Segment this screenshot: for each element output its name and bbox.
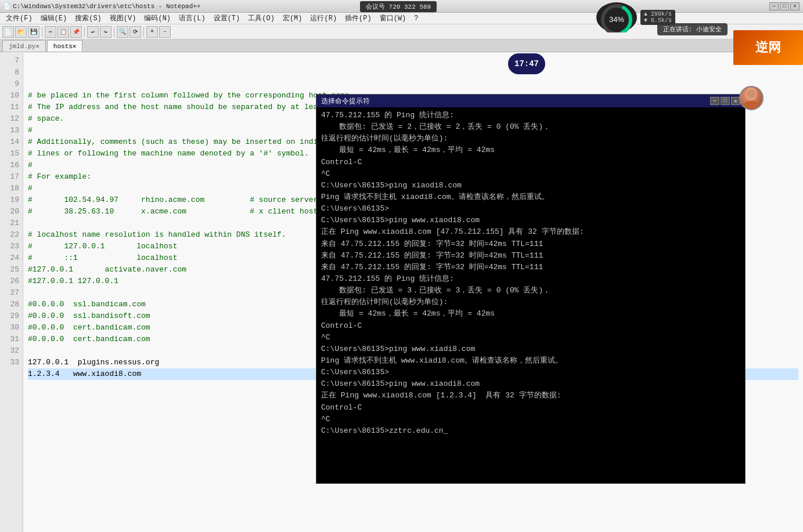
svg-text:34%: 34% xyxy=(609,15,624,24)
cmd-line: ^C xyxy=(321,168,740,180)
cmd-minimize[interactable]: ─ xyxy=(710,97,719,105)
cut-button[interactable]: ✂ xyxy=(45,26,56,38)
close-button[interactable]: ✕ xyxy=(790,2,800,10)
toolbar-separator xyxy=(42,27,42,37)
cmd-line: 47.75.212.155 的 Ping 统计信息: xyxy=(321,110,740,121)
cmd-line: 数据包: 已发送 = 2，已接收 = 2，丢失 = 0 (0% 丢失)， xyxy=(321,121,740,133)
toolbar-separator-2 xyxy=(84,27,85,37)
menu-macro[interactable]: 宏(M) xyxy=(279,13,306,24)
cpu-gauge: 34% xyxy=(596,2,637,32)
cmd-line: 正在 Ping www.xiaodi8.com [47.75.212.155] … xyxy=(321,226,740,238)
cmd-line: 往返行程的估计时间(以毫秒为单位): xyxy=(321,296,740,308)
cmd-line: C:\Users\86135> xyxy=(321,203,740,215)
menu-tools[interactable]: 工具(O) xyxy=(244,13,278,24)
menubar: 文件(F) 编辑(E) 搜索(S) 视图(V) 编码(N) 语言(L) 设置(T… xyxy=(0,13,803,24)
cmd-line: C:\Users\86135>zztrc.edu.cn xyxy=(321,425,740,437)
cmd-line: C:\Users\86135>ping www.xiaodi8.com xyxy=(321,215,740,226)
cmd-line: ^C xyxy=(321,414,740,425)
cmd-line: ^C xyxy=(321,332,740,343)
cmd-line: 最短 = 42ms，最长 = 42ms，平均 = 42ms xyxy=(321,308,740,320)
cmd-line: C:\Users\86135>ping xiaodi8.com xyxy=(321,180,740,191)
window-controls[interactable]: ─ □ ✕ xyxy=(769,2,800,10)
menu-help[interactable]: ? xyxy=(410,14,422,23)
maximize-button[interactable]: □ xyxy=(780,2,789,10)
save-button[interactable]: 💾 xyxy=(28,26,39,38)
toolbar-separator-3 xyxy=(114,27,114,37)
zoom-out-button[interactable]: - xyxy=(159,26,171,38)
notepad-icon: 📄 xyxy=(3,3,10,10)
replace-button[interactable]: ⟳ xyxy=(129,26,141,38)
redo-button[interactable]: ↪ xyxy=(100,26,111,38)
cmd-line: 正在 Ping www.xiaodi8.com [1.2.3.4] 具有 32 … xyxy=(321,390,740,401)
tab-hosts[interactable]: hosts✕ xyxy=(47,40,83,52)
cmd-line: 往返行程的估计时间(以毫秒为单位): xyxy=(321,133,740,144)
avatar xyxy=(739,86,764,110)
cmd-body[interactable]: 47.75.212.155 的 Ping 统计信息: 数据包: 已发送 = 2，… xyxy=(316,107,745,483)
zoom-in-button[interactable]: + xyxy=(146,26,158,38)
meeting-badge: 会议号 720 322 589 xyxy=(360,1,437,12)
cmd-controls[interactable]: ─ □ ✕ xyxy=(710,97,740,105)
system-tray: 34% ▲ 299k/s ▼ 6.5k/s xyxy=(596,2,675,32)
svg-point-2 xyxy=(747,89,756,99)
cmd-line: 最短 = 42ms，最长 = 42ms，平均 = 42ms xyxy=(321,144,740,156)
line-numbers: 7891011121314151617181920212223242526272… xyxy=(0,53,23,532)
paste-button[interactable]: 📌 xyxy=(70,26,82,38)
cmd-line: 来自 47.75.212.155 的回复: 字节=32 时间=42ms TTL=… xyxy=(321,262,740,273)
logo-overlay: 逆网 xyxy=(733,30,803,65)
copy-button[interactable]: 📋 xyxy=(57,26,69,38)
tabbar: jmld.py✕ hosts✕ xyxy=(0,39,803,52)
cmd-line: C:\Users\86135> xyxy=(321,367,740,378)
network-info: ▲ 299k/s ▼ 6.5k/s xyxy=(640,10,675,25)
menu-view[interactable]: 视图(V) xyxy=(106,13,140,24)
cmd-line: 47.75.212.155 的 Ping 统计信息: xyxy=(321,273,740,285)
cmd-line: Control-C xyxy=(321,402,740,414)
menu-plugins[interactable]: 插件(P) xyxy=(341,13,375,24)
find-button[interactable]: 🔍 xyxy=(117,26,128,38)
cmd-line: Ping 请求找不到主机 www.xiadi8.com。请检查该名称，然后重试。 xyxy=(321,355,740,367)
open-button[interactable]: 📂 xyxy=(15,26,27,38)
cmd-line: C:\Users\86135>ping www.xiaodi8.com xyxy=(321,378,740,390)
menu-settings[interactable]: 设置(T) xyxy=(210,13,244,24)
new-file-button[interactable]: 📄 xyxy=(2,26,14,38)
undo-button[interactable]: ↩ xyxy=(87,26,99,38)
menu-window[interactable]: 窗口(W) xyxy=(376,13,410,24)
cmd-title: 选择命令提示符 xyxy=(321,96,710,106)
menu-language[interactable]: 语言(L) xyxy=(175,13,209,24)
cmd-line: Control-C xyxy=(321,320,740,332)
cmd-line: 来自 47.75.212.155 的回复: 字节=32 时间=42ms TTL=… xyxy=(321,250,740,262)
cmd-line: Control-C xyxy=(321,157,740,168)
minimize-button[interactable]: ─ xyxy=(769,2,779,10)
menu-run[interactable]: 运行(R) xyxy=(307,13,340,24)
cmd-maximize[interactable]: □ xyxy=(721,97,730,105)
cmd-line: 来自 47.75.212.155 的回复: 字节=32 时间=42ms TTL=… xyxy=(321,238,740,250)
menu-encoding[interactable]: 编码(N) xyxy=(141,13,174,24)
cmd-titlebar: 选择命令提示符 ─ □ ✕ xyxy=(316,95,745,107)
menu-search[interactable]: 搜索(S) xyxy=(71,13,105,24)
toolbar-separator-4 xyxy=(143,27,144,37)
menu-file[interactable]: 文件(F) xyxy=(2,13,36,24)
menu-edit[interactable]: 编辑(E) xyxy=(37,13,71,24)
cmd-line: Ping 请求找不到主机 xiaodi8.com。请检查该名称，然后重试。 xyxy=(321,191,740,203)
tab-jmld[interactable]: jmld.py✕ xyxy=(2,40,46,52)
cmd-line: C:\Users\86135>ping www.xiadi8.com xyxy=(321,343,740,355)
cmd-line: 数据包: 已发送 = 3，已接收 = 3，丢失 = 0 (0% 丢失)， xyxy=(321,285,740,296)
cmd-window[interactable]: 选择命令提示符 ─ □ ✕ 47.75.212.155 的 Ping 统计信息:… xyxy=(316,94,746,484)
clock-display: 17:47 xyxy=(508,53,545,74)
